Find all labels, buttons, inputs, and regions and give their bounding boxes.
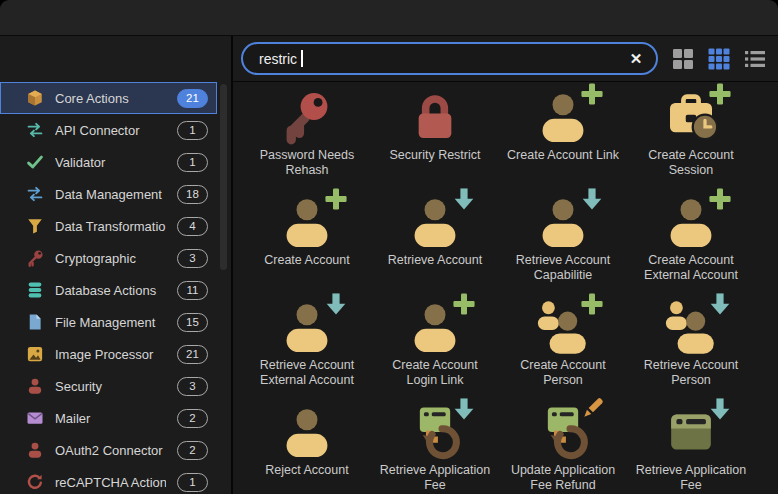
sidebar-item-label: Core Actions — [55, 91, 166, 106]
fee-refresh-download-icon — [407, 404, 463, 460]
action-label: Create Account External Account — [632, 253, 750, 283]
sidebar-item-api-connector[interactable]: API Connector 1 — [0, 114, 217, 146]
person-icon — [279, 404, 335, 460]
action-grid: Password Needs Rehash Security Restrict … — [233, 82, 778, 494]
action-label: Create Account Link — [504, 148, 622, 163]
view-toggle-group — [672, 48, 766, 70]
count-badge: 21 — [177, 345, 208, 364]
sidebar-item-security[interactable]: Security 3 — [0, 370, 217, 402]
action-tile[interactable]: Create Account Login Link — [371, 294, 499, 399]
search-field-wrap: ✕ — [241, 42, 658, 75]
sidebar-item-cryptographic[interactable]: Cryptographic 3 — [0, 242, 217, 274]
sidebar-scrollbar[interactable] — [220, 84, 227, 270]
person-plus-icon — [535, 89, 591, 145]
database-icon — [26, 281, 44, 299]
person-plus-icon — [407, 299, 463, 355]
sidebar-item-image-processor[interactable]: Image Processor 21 — [0, 338, 217, 370]
action-tile[interactable]: Security Restrict — [371, 84, 499, 189]
count-badge: 2 — [177, 441, 208, 460]
count-badge: 1 — [177, 153, 208, 172]
action-tile[interactable]: Retrieve Application Fee — [371, 399, 499, 494]
window-titlebar[interactable] — [0, 0, 778, 36]
action-tile[interactable]: Create Account Session — [627, 84, 755, 189]
action-label: Update Application Fee Refund — [504, 463, 622, 493]
fee-refresh-pencil-icon — [535, 404, 591, 460]
sidebar-item-recaptcha-actions[interactable]: reCAPTCHA Actions 1 — [0, 466, 217, 494]
sidebar-item-label: reCAPTCHA Actions — [55, 475, 166, 490]
image-icon — [26, 345, 44, 363]
large-grid-view-icon[interactable] — [672, 48, 694, 70]
person-download-icon — [279, 299, 335, 355]
action-label: Retrieve Account — [376, 253, 494, 268]
count-badge: 18 — [177, 185, 208, 204]
swap-arrows-icon — [26, 185, 44, 203]
action-tile[interactable]: Password Needs Rehash — [243, 84, 371, 189]
sidebar-item-mailer[interactable]: Mailer 2 — [0, 402, 217, 434]
sidebar-item-label: File Management — [55, 315, 166, 330]
sidebar-item-label: Cryptographic — [55, 251, 166, 266]
count-badge: 1 — [177, 121, 208, 140]
clear-search-button[interactable]: ✕ — [626, 49, 646, 69]
action-tile[interactable]: Retrieve Application Fee — [627, 399, 755, 494]
action-label: Retrieve Account External Account — [248, 358, 366, 388]
people-plus-icon — [535, 299, 591, 355]
action-label: Password Needs Rehash — [248, 148, 366, 178]
funnel-icon — [26, 217, 44, 235]
app-window: Core Actions 21 API Connector 1 Validato… — [0, 0, 778, 494]
action-tile[interactable]: Update Application Fee Refund — [499, 399, 627, 494]
sidebar-item-file-management[interactable]: File Management 15 — [0, 306, 217, 338]
category-sidebar: Core Actions 21 API Connector 1 Validato… — [0, 36, 233, 494]
count-badge: 21 — [177, 89, 208, 108]
search-toolbar: ✕ — [233, 36, 778, 82]
list-view-icon[interactable] — [744, 48, 766, 70]
action-tile[interactable]: Create Account External Account — [627, 189, 755, 294]
sidebar-item-oauth2-connector[interactable]: OAuth2 Connector 2 — [0, 434, 217, 466]
action-tile[interactable]: Retrieve Account — [371, 189, 499, 294]
sidebar-item-core-actions[interactable]: Core Actions 21 — [0, 82, 217, 114]
refresh-icon — [26, 473, 44, 491]
sidebar-item-validator[interactable]: Validator 1 — [0, 146, 217, 178]
small-grid-view-icon[interactable] — [708, 48, 730, 70]
checkmark-icon — [26, 153, 44, 171]
count-badge: 3 — [177, 377, 208, 396]
count-badge: 2 — [177, 409, 208, 428]
person-plus-icon — [663, 194, 719, 250]
sidebar-item-database-actions[interactable]: Database Actions 11 — [0, 274, 217, 306]
sidebar-item-data-transformations[interactable]: Data Transformations 4 — [0, 210, 217, 242]
action-label: Create Account Person — [504, 358, 622, 388]
people-download-icon — [663, 299, 719, 355]
action-label: Create Account — [248, 253, 366, 268]
action-tile[interactable]: Reject Account — [243, 399, 371, 494]
sidebar-item-label: Data Transformations — [55, 219, 166, 234]
main-panel: ✕ Password Needs Rehash Security Restric… — [233, 36, 778, 494]
person-icon — [26, 377, 44, 395]
action-tile[interactable]: Retrieve Account External Account — [243, 294, 371, 399]
action-tile[interactable]: Retrieve Account Person — [627, 294, 755, 399]
text-cursor — [301, 50, 303, 67]
lock-icon — [407, 89, 463, 145]
sidebar-item-label: Mailer — [55, 411, 166, 426]
action-label: Retrieve Application Fee — [376, 463, 494, 493]
content-area: Core Actions 21 API Connector 1 Validato… — [0, 36, 778, 494]
action-tile[interactable]: Retrieve Account Capabilitie — [499, 189, 627, 294]
action-label: Reject Account — [248, 463, 366, 478]
action-label: Retrieve Application Fee — [632, 463, 750, 493]
sidebar-item-label: OAuth2 Connector — [55, 443, 166, 458]
key-icon — [26, 249, 44, 267]
search-input[interactable] — [241, 42, 658, 75]
action-label: Create Account Login Link — [376, 358, 494, 388]
count-badge: 1 — [177, 473, 208, 492]
action-label: Retrieve Account Capabilitie — [504, 253, 622, 283]
sidebar-item-data-management[interactable]: Data Management 18 — [0, 178, 217, 210]
action-tile[interactable]: Create Account Link — [499, 84, 627, 189]
count-badge: 15 — [177, 313, 208, 332]
action-tile[interactable]: Create Account — [243, 189, 371, 294]
action-tile[interactable]: Create Account Person — [499, 294, 627, 399]
sidebar-item-label: Database Actions — [55, 283, 166, 298]
person-download-icon — [535, 194, 591, 250]
file-icon — [26, 313, 44, 331]
sidebar-item-label: API Connector — [55, 123, 166, 138]
person-download-icon — [407, 194, 463, 250]
key-icon — [279, 89, 335, 145]
box-icon — [26, 89, 44, 107]
